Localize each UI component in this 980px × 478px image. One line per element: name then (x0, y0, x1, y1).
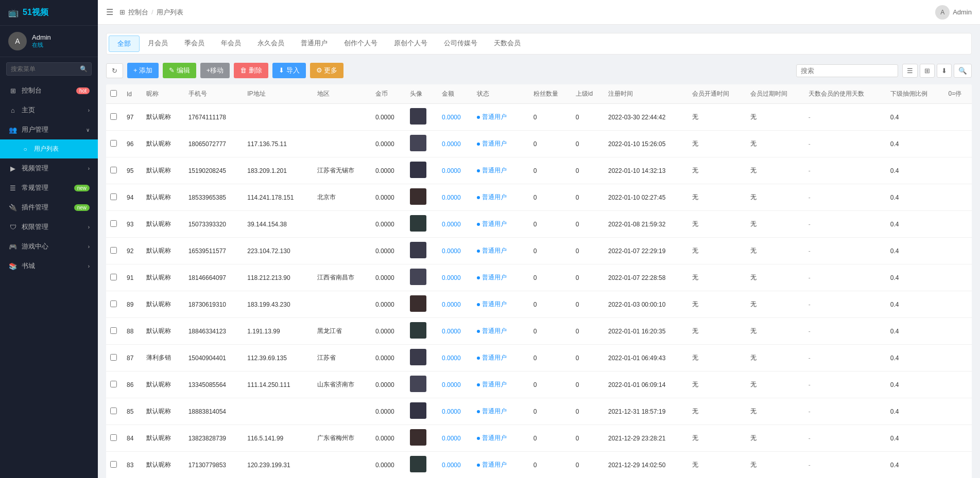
cell-amount[interactable]: 0.0000 (438, 104, 473, 131)
status-badge: 普通用户 (477, 327, 507, 335)
sidebar-item-bookstore[interactable]: 📚 书城 › (0, 256, 98, 276)
cell-stop (944, 157, 972, 184)
sidebar-item-label: 权限管理 (22, 222, 48, 232)
cell-amount[interactable]: 0.0000 (438, 398, 473, 425)
cell-avatar (406, 211, 438, 238)
row-checkbox[interactable] (110, 274, 117, 280)
user-avatar-img (410, 188, 426, 205)
edit-button[interactable]: ✎ 编辑 (163, 63, 196, 78)
row-checkbox[interactable] (110, 140, 117, 147)
amount-link[interactable]: 0.0000 (442, 194, 461, 201)
sidebar-item-plugin-management[interactable]: 🔌 插件管理 new (0, 198, 98, 217)
cell-commission: 0.4 (886, 345, 944, 371)
select-all-checkbox[interactable] (110, 90, 117, 97)
import-button[interactable]: ⬇ 导入 (272, 63, 306, 78)
cell-fans: 0 (529, 104, 572, 131)
amount-link[interactable]: 0.0000 (442, 435, 461, 442)
cell-nickname: 默认昵称 (142, 264, 184, 291)
cell-parent-id: 0 (572, 425, 604, 452)
sidebar-search-input[interactable] (6, 62, 92, 76)
sidebar-item-permission-management[interactable]: 🛡 权限管理 › (0, 217, 98, 237)
add-button[interactable]: + 添加 (127, 63, 159, 78)
amount-link[interactable]: 0.0000 (442, 301, 461, 308)
row-checkbox[interactable] (110, 434, 117, 441)
row-checkbox[interactable] (110, 381, 117, 387)
cell-amount[interactable]: 0.0000 (438, 345, 473, 371)
cell-amount[interactable]: 0.0000 (438, 291, 473, 318)
cell-commission: 0.4 (886, 157, 944, 184)
amount-link[interactable]: 0.0000 (442, 328, 461, 335)
row-checkbox[interactable] (110, 408, 117, 414)
cell-amount[interactable]: 0.0000 (438, 425, 473, 452)
tab-annual[interactable]: 年会员 (213, 36, 249, 52)
tab-original-personal[interactable]: 原创个人号 (386, 36, 436, 52)
table-row: 93 默认昵称 15073393320 39.144.154.38 0.0000… (106, 211, 972, 238)
sidebar-item-user-management[interactable]: 👥 用户管理 ∨ (0, 120, 98, 139)
tab-creator-personal[interactable]: 创作个人号 (336, 36, 386, 52)
cell-avatar (406, 345, 438, 371)
book-icon: 📚 (8, 262, 18, 270)
tab-normal[interactable]: 普通用户 (293, 36, 336, 52)
tab-permanent[interactable]: 永久会员 (249, 36, 293, 52)
export-button[interactable]: ⬇ (937, 64, 952, 78)
tab-tianshu[interactable]: 天数会员 (486, 36, 529, 52)
cell-amount[interactable]: 0.0000 (438, 238, 473, 264)
cell-fans: 0 (529, 238, 572, 264)
row-checkbox[interactable] (110, 354, 117, 361)
cell-amount[interactable]: 0.0000 (438, 131, 473, 157)
sidebar-item-user-list[interactable]: ○ 用户列表 (0, 139, 98, 158)
cell-tianshu-days: - (804, 318, 886, 345)
cell-amount[interactable]: 0.0000 (438, 184, 473, 211)
delete-button[interactable]: 🗑 删除 (234, 63, 268, 78)
amount-link[interactable]: 0.0000 (442, 167, 461, 174)
tab-monthly[interactable]: 月会员 (140, 36, 176, 52)
search-action-button[interactable]: 🔍 (954, 64, 972, 78)
sidebar-item-dashboard[interactable]: ⊞ 控制台 hot (0, 81, 98, 100)
amount-link[interactable]: 0.0000 (442, 274, 461, 281)
move-button[interactable]: +移动 (200, 63, 230, 78)
amount-link[interactable]: 0.0000 (442, 114, 461, 121)
tab-all[interactable]: 全部 (109, 36, 140, 52)
amount-link[interactable]: 0.0000 (442, 462, 461, 469)
amount-link[interactable]: 0.0000 (442, 140, 461, 148)
sidebar-item-label: 控制台 (22, 86, 42, 95)
amount-link[interactable]: 0.0000 (442, 221, 461, 228)
cell-commission: 0.4 (886, 184, 944, 211)
tab-quarterly[interactable]: 季会员 (176, 36, 213, 52)
cell-amount[interactable]: 0.0000 (438, 371, 473, 398)
amount-link[interactable]: 0.0000 (442, 247, 461, 255)
cell-coins: 0.0000 (371, 211, 406, 238)
col-commission: 下级抽佣比例 (886, 84, 944, 104)
grid-view-button[interactable]: ⊞ (920, 64, 935, 78)
row-checkbox[interactable] (110, 167, 117, 173)
sidebar-item-home[interactable]: ⌂ 主页 › (0, 100, 98, 120)
search-input[interactable] (801, 67, 893, 75)
cell-amount[interactable]: 0.0000 (438, 318, 473, 345)
row-checkbox[interactable] (110, 113, 117, 120)
row-checkbox[interactable] (110, 220, 117, 227)
sidebar-item-general-management[interactable]: ☰ 常规管理 new (0, 178, 98, 198)
row-checkbox[interactable] (110, 461, 117, 468)
more-button[interactable]: ⚙ 更多 (310, 63, 344, 78)
sidebar-item-video-management[interactable]: ▶ 视频管理 › (0, 158, 98, 178)
row-checkbox[interactable] (110, 300, 117, 307)
amount-link[interactable]: 0.0000 (442, 381, 461, 388)
menu-toggle-icon[interactable]: ☰ (106, 7, 113, 17)
row-checkbox[interactable] (110, 247, 117, 254)
tab-company-media[interactable]: 公司传媒号 (436, 36, 486, 52)
row-checkbox[interactable] (110, 193, 117, 200)
sidebar-item-game-center[interactable]: 🎮 游戏中心 › (0, 237, 98, 256)
cell-amount[interactable]: 0.0000 (438, 211, 473, 238)
cell-amount[interactable]: 0.0000 (438, 452, 473, 479)
cell-member-end: 无 (746, 318, 804, 345)
refresh-button[interactable]: ↻ (106, 63, 123, 78)
amount-link[interactable]: 0.0000 (442, 408, 461, 415)
list-view-button[interactable]: ☰ (902, 64, 918, 78)
row-checkbox[interactable] (110, 327, 117, 334)
chevron-right-icon: › (88, 108, 90, 113)
cell-amount[interactable]: 0.0000 (438, 264, 473, 291)
cell-status: 普通用户 (473, 345, 529, 371)
amount-link[interactable]: 0.0000 (442, 355, 461, 362)
cell-region (313, 238, 371, 264)
cell-amount[interactable]: 0.0000 (438, 157, 473, 184)
